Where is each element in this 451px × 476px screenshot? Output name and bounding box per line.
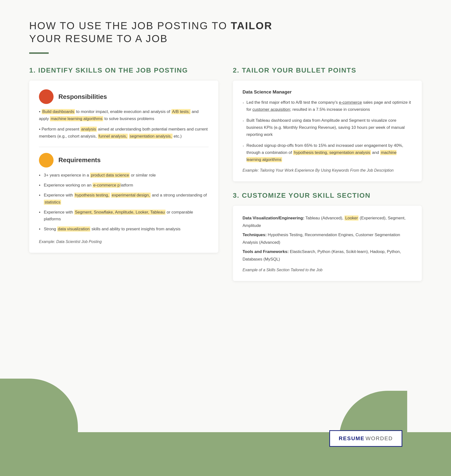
highlight-hypo-seg: hypothesis testing, segmentation analysi… xyxy=(293,150,371,155)
bullet-1: Led the first major effort to A/B test t… xyxy=(243,99,412,113)
section3-heading: 3. CUSTOMIZE YOUR SKILL SECTION xyxy=(233,191,422,200)
req-item-3: Experience with hypothesis testing, expe… xyxy=(39,192,209,206)
highlight-statistics: statistics xyxy=(44,200,61,205)
highlight-ml-algorithms: machine learning algorithms xyxy=(50,116,103,121)
resp-item-2: • Perform and present analysis aimed at … xyxy=(39,126,209,140)
underline-ecommerce: e-commerce xyxy=(339,100,362,105)
section1-heading: 1. IDENTIFY SKILLS ON THE JOB POSTING xyxy=(29,66,218,75)
page-title: HOW TO USE THE JOB POSTING TO TAILOR YOU… xyxy=(29,19,422,45)
highlight-looker: Looker xyxy=(344,215,359,221)
highlight-segmentation-analysis: segmentation analysis, xyxy=(129,134,173,139)
req-item-1: 3+ years experience in a product data sc… xyxy=(39,172,209,179)
highlight-product-data-science: product data science xyxy=(90,173,130,178)
responsibilities-title: Responsibilities xyxy=(58,93,107,101)
yellow-circle-icon xyxy=(39,153,54,168)
highlight-platforms: Segment, Snowflake, Amplitude, Looker, T… xyxy=(74,210,166,215)
section1-example: Example: Data Scientist Job Posting xyxy=(39,240,209,244)
section1-card: Responsibilities • Build dashboards to m… xyxy=(29,81,218,253)
bg-decoration-left xyxy=(0,379,78,476)
badge-worded-text: WORDED xyxy=(366,435,393,442)
right-column: 2. TAILOR YOUR BULLET POINTS Data Scienc… xyxy=(233,66,422,291)
section2-example: Example: Tailoring Your Work Experience … xyxy=(243,168,412,173)
requirements-section: Requirements 3+ years experience in a pr… xyxy=(39,153,209,233)
highlight-hypo-testing: hypothesis testing, xyxy=(74,193,110,198)
title-underline xyxy=(29,52,49,54)
red-circle-icon xyxy=(39,89,54,104)
section3-card: Data Visualization/Engineering: Tableau … xyxy=(233,206,422,281)
req-item-4: Experience with Segment, Snowflake, Ampl… xyxy=(39,209,209,223)
resume-worded-badge: RESUME WORDED xyxy=(329,430,402,447)
responsibilities-section: Responsibilities • Build dashboards to m… xyxy=(39,89,209,140)
underline-customer-acq: customer acquisition xyxy=(252,107,290,112)
section3-example: Example of a Skills Section Tailored to … xyxy=(243,268,412,272)
resp-item-1: • Build dashboards to monitor impact, en… xyxy=(39,108,209,122)
bullet-3: Reduced signup drop-offs from 65% to 15%… xyxy=(243,142,412,163)
highlight-analysis: analysis xyxy=(80,127,97,132)
skill-tools: Tools and Frameworks: ElasticSearch, Pyt… xyxy=(243,248,412,263)
highlight-data-viz: data visualization xyxy=(57,226,90,232)
two-column-layout: 1. IDENTIFY SKILLS ON THE JOB POSTING Re… xyxy=(29,66,422,291)
section2-card: Data Science Manager Led the first major… xyxy=(233,81,422,181)
highlight-funnel-analysis: funnel analysis, xyxy=(98,134,128,139)
badge-resume-text: RESUME xyxy=(339,435,365,442)
highlight-ab-tests: A/B tests; xyxy=(171,109,191,114)
responsibilities-header: Responsibilities xyxy=(39,89,209,104)
highlight-ecommerce: e-commerce p xyxy=(92,183,120,188)
highlight-build-dashboards: Build dashboards xyxy=(42,109,75,114)
requirements-header: Requirements xyxy=(39,153,209,168)
section2-heading: 2. TAILOR YOUR BULLET POINTS xyxy=(233,66,422,75)
skill-techniques: Techniques: Hypothesis Testing, Recommen… xyxy=(243,231,412,246)
divider xyxy=(39,147,209,147)
job-title: Data Science Manager xyxy=(243,89,412,95)
requirements-title: Requirements xyxy=(58,156,101,164)
skill-viz: Data Visualization/Engineering: Tableau … xyxy=(243,215,412,229)
bullet-2: Built Tableau dashboard using data from … xyxy=(243,117,412,138)
highlight-exp-design: experimental design, xyxy=(111,193,151,198)
req-item-2: Experience working on an e-commerce plat… xyxy=(39,182,209,189)
req-item-5: Strong data visualization skills and abi… xyxy=(39,226,209,233)
left-column: 1. IDENTIFY SKILLS ON THE JOB POSTING Re… xyxy=(29,66,218,262)
